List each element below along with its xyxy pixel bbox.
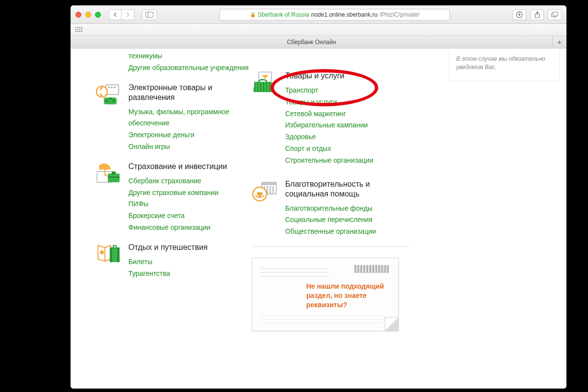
link-tickets[interactable]: Билеты bbox=[128, 256, 252, 268]
entertainment-icon bbox=[95, 83, 122, 105]
link-social-transfers[interactable]: Социальные перечисления bbox=[285, 214, 409, 226]
link-public-orgs[interactable]: Общественные организации bbox=[285, 226, 409, 238]
barcode-icon bbox=[354, 265, 390, 273]
tab-bar: Сбербанк Онлайн + bbox=[71, 36, 566, 49]
svg-rect-6 bbox=[106, 85, 119, 95]
svg-rect-22 bbox=[117, 247, 120, 262]
svg-rect-13 bbox=[109, 98, 112, 99]
downloads-button[interactable] bbox=[513, 9, 526, 20]
link-charity-funds[interactable]: Благотворительные фонды bbox=[285, 203, 409, 215]
promo-decoration bbox=[260, 265, 329, 277]
svg-rect-26 bbox=[262, 182, 276, 185]
svg-rect-5 bbox=[553, 12, 558, 16]
category-title: Страхование и инвестиции bbox=[128, 162, 252, 172]
promo-decoration-bottom bbox=[260, 313, 383, 323]
link-health[interactable]: Здоровье bbox=[285, 131, 409, 143]
link-mlm[interactable]: Сетевой маркетинг bbox=[285, 108, 409, 120]
svg-rect-29 bbox=[270, 186, 271, 194]
svg-point-12 bbox=[112, 99, 115, 102]
forward-button[interactable] bbox=[122, 9, 134, 20]
link-broker[interactable]: Брокерские счета bbox=[128, 210, 252, 222]
svg-rect-30 bbox=[272, 186, 274, 194]
tab-label: Сбербанк Онлайн bbox=[287, 39, 336, 46]
link-travel-agencies[interactable]: Турагентства bbox=[128, 268, 252, 280]
svg-rect-21 bbox=[110, 247, 112, 262]
svg-rect-23 bbox=[113, 245, 116, 248]
svg-rect-0 bbox=[146, 12, 153, 17]
category-title: Благотворительность и социальная помощь bbox=[285, 179, 409, 199]
address-bar[interactable]: 🔒 Sberbank of Russia node1.online.sberba… bbox=[220, 9, 450, 21]
url-path: /PhizIC/private/ bbox=[379, 11, 419, 18]
categories-column-right: Товары и услуги Транспорт Товары и услуг… bbox=[252, 50, 409, 331]
svg-rect-18 bbox=[108, 176, 120, 178]
promo-message: Не нашли подходящий раздел, но знаете ре… bbox=[306, 282, 391, 310]
svg-rect-9 bbox=[114, 87, 116, 88]
goods-services-icon bbox=[252, 71, 279, 94]
page-content: В этом случае мы обязательно уведомим Ва… bbox=[71, 49, 566, 389]
category-title: Электронные товары и развлечения bbox=[128, 83, 252, 102]
category-entertainment: Электронные товары и развлечения Музыка,… bbox=[95, 83, 252, 153]
lock-icon: 🔒 bbox=[250, 12, 256, 17]
section-divider bbox=[252, 246, 409, 247]
window-controls bbox=[75, 12, 101, 18]
category-charity: Благотворительность и социальная помощь … bbox=[252, 179, 409, 238]
svg-rect-8 bbox=[111, 87, 113, 88]
charity-icon bbox=[252, 179, 279, 202]
link-transport[interactable]: Транспорт bbox=[285, 85, 409, 97]
link-sber-insurance[interactable]: Сбербанк страхование bbox=[128, 175, 252, 187]
link-fin-orgs[interactable]: Финансовые организации bbox=[128, 222, 252, 234]
close-window-button[interactable] bbox=[75, 12, 81, 18]
education-links-tail: техникумы Другие образовательные учрежде… bbox=[128, 50, 252, 74]
titlebar: 🔒 Sberbank of Russia node1.online.sberba… bbox=[71, 5, 566, 24]
back-button[interactable] bbox=[109, 9, 122, 20]
page-fold-icon bbox=[385, 317, 398, 331]
sidebar-toggle-button[interactable] bbox=[142, 9, 157, 20]
category-title: Отдых и путешествия bbox=[128, 243, 252, 252]
link-sport[interactable]: Спорт и отдых bbox=[285, 143, 409, 155]
category-travel: Отдых и путешествия Билеты Турагентства bbox=[95, 243, 252, 280]
link-construction[interactable]: Строительные организации bbox=[285, 155, 409, 167]
new-tab-button[interactable]: + bbox=[553, 36, 566, 48]
svg-rect-7 bbox=[108, 87, 110, 88]
tabs-overview-button[interactable] bbox=[548, 9, 562, 20]
link-other-education[interactable]: Другие образовательные учреждения bbox=[128, 62, 252, 74]
link-other-insurance[interactable]: Другие страховые компании bbox=[128, 187, 252, 199]
link-tekhnikumy[interactable]: техникумы bbox=[128, 50, 252, 62]
favorites-bar bbox=[71, 24, 566, 36]
link-goods-services[interactable]: Товары и услуги bbox=[285, 97, 409, 108]
svg-point-11 bbox=[105, 99, 108, 102]
url-host: node1.online.sberbank.ru bbox=[311, 11, 377, 18]
promo-card[interactable]: Не нашли подходящий раздел, но знаете ре… bbox=[252, 258, 399, 331]
link-election[interactable]: Избирательные кампании bbox=[285, 120, 409, 131]
grip-icon[interactable] bbox=[75, 27, 84, 33]
info-note: В этом случае мы обязательно уведомим Ва… bbox=[449, 50, 560, 81]
insurance-icon bbox=[95, 162, 122, 184]
travel-icon bbox=[95, 243, 122, 265]
info-note-text: В этом случае мы обязательно уведомим Ва… bbox=[456, 55, 545, 71]
maximize-window-button[interactable] bbox=[95, 12, 101, 18]
category-insurance: Страхование и инвестиции Сбербанк страхо… bbox=[95, 162, 252, 234]
svg-rect-17 bbox=[112, 172, 116, 174]
link-online-games[interactable]: Онлайн игры bbox=[128, 141, 252, 153]
minimize-window-button[interactable] bbox=[85, 12, 91, 18]
toolbar-right bbox=[513, 9, 562, 20]
link-e-money[interactable]: Электронные деньги bbox=[128, 129, 252, 141]
share-button[interactable] bbox=[530, 9, 544, 20]
categories-column-left: техникумы Другие образовательные учрежде… bbox=[95, 50, 252, 331]
nav-buttons bbox=[109, 9, 134, 20]
tab-sberbank-online[interactable]: Сбербанк Онлайн bbox=[71, 36, 553, 48]
link-pif[interactable]: ПИФы bbox=[128, 198, 252, 210]
category-title: Товары и услуги bbox=[285, 71, 409, 81]
svg-point-19 bbox=[100, 250, 104, 254]
secure-label: Sberbank of Russia bbox=[258, 11, 309, 18]
category-goods-services: Товары и услуги Транспорт Товары и услуг… bbox=[252, 71, 409, 167]
link-music-films[interactable]: Музыка, фильмы, программное обеспечение bbox=[128, 106, 252, 130]
browser-window: 🔒 Sberbank of Russia node1.online.sberba… bbox=[71, 5, 566, 389]
